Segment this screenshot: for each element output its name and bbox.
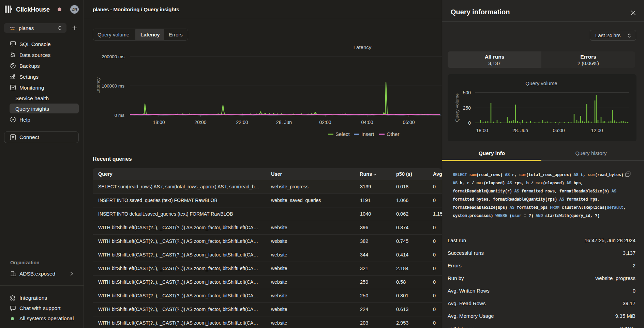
- svg-text:500: 500: [463, 90, 471, 95]
- svg-text:Insert: Insert: [361, 131, 374, 137]
- svg-text:250: 250: [463, 105, 471, 111]
- svg-text:200000 ms: 200000 ms: [102, 54, 124, 59]
- svg-text:20:00: 20:00: [194, 120, 206, 125]
- svg-text:06:00: 06:00: [553, 128, 565, 133]
- svg-text:100000 ms: 100000 ms: [102, 83, 124, 89]
- svg-text:18:00: 18:00: [153, 120, 165, 125]
- svg-text:04:00: 04:00: [361, 120, 373, 125]
- svg-text:Other: Other: [387, 131, 400, 137]
- svg-text:Latency: Latency: [354, 44, 372, 50]
- svg-text:aws: aws: [10, 26, 15, 29]
- svg-text:Query volume: Query volume: [525, 80, 557, 86]
- svg-text:18:00: 18:00: [476, 128, 488, 133]
- svg-text:?: ?: [12, 118, 14, 122]
- svg-text:28. Jun: 28. Jun: [512, 128, 528, 133]
- svg-text:Select: Select: [335, 131, 350, 137]
- svg-text:06:00: 06:00: [403, 120, 415, 125]
- svg-text:12:00: 12:00: [591, 128, 603, 133]
- svg-text:0: 0: [468, 120, 471, 126]
- svg-text:22:00: 22:00: [236, 120, 248, 125]
- svg-text:0 ms: 0 ms: [115, 113, 125, 118]
- svg-text:28. Jun: 28. Jun: [276, 120, 292, 125]
- svg-text:02:00: 02:00: [319, 120, 331, 125]
- svg-text:Query volume: Query volume: [454, 93, 460, 122]
- svg-text:Latency: Latency: [95, 77, 101, 94]
